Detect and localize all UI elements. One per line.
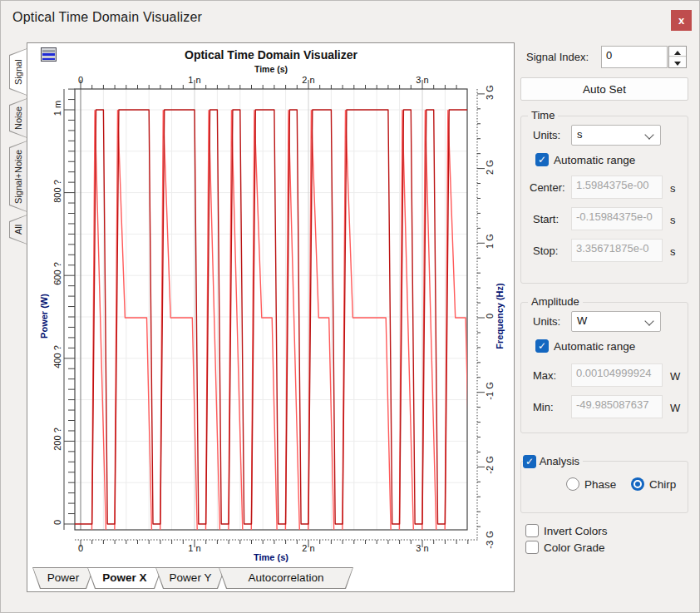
amplitude-auto-range-checkbox[interactable] [535, 339, 549, 353]
close-icon: x [671, 10, 692, 31]
time-units-value: s [577, 128, 583, 141]
tab-label: Autocorrelation [219, 567, 353, 589]
max-unit: W [670, 370, 680, 383]
chevron-down-icon [644, 130, 653, 139]
tab-power-x[interactable]: Power X [87, 567, 162, 589]
amplitude-auto-range-label: Automatic range [554, 340, 635, 353]
plot-tab-strip: Power Power X Power Y Autocorrelation [32, 567, 347, 589]
spin-up-button[interactable] [669, 47, 686, 57]
waveform-plot [27, 43, 514, 591]
plot-area[interactable]: 001 n1 n2 n2 n3 n3 n1 m800 ?600 ?400 ?20… [27, 43, 514, 591]
stop-label: Stop: [533, 245, 558, 257]
left-axis-tick-label: 200 ? [52, 421, 62, 457]
chevron-down-icon [644, 316, 653, 325]
auto-set-button[interactable]: Auto Set [520, 77, 688, 101]
center-unit: s [670, 182, 676, 195]
left-axis-tick-label: 800 ? [52, 173, 62, 210]
amplitude-units-value: W [577, 314, 587, 327]
right-axis-tick-label: 0 [485, 298, 495, 334]
settings-panel: Signal Index: 0 Auto Set Time Units: s A… [520, 42, 693, 596]
amplitude-units-label: Units: [533, 315, 560, 328]
left-axis-tick-label: 0 [52, 504, 62, 541]
time-units-dropdown[interactable]: s [571, 125, 661, 146]
chirp-trace [62, 111, 471, 586]
arrow-up-icon [674, 51, 681, 55]
min-field[interactable]: -49.985087637 [571, 395, 663, 418]
bottom-axis-title: Time (s) [75, 552, 467, 562]
right-axis-title: Frequency (Hz) [495, 266, 505, 366]
phase-label: Phase [584, 478, 616, 491]
tab-power[interactable]: Power [32, 567, 94, 589]
signal-index-spinner [668, 46, 687, 68]
signal-index-input[interactable]: 0 [601, 46, 668, 68]
arrow-down-icon [674, 62, 681, 66]
start-label: Start: [533, 213, 559, 225]
start-field[interactable]: -0.15984375e-0 [571, 207, 663, 230]
tab-power-y[interactable]: Power Y [155, 567, 225, 589]
chirp-label: Chirp [649, 478, 676, 491]
signal-index-label: Signal Index: [526, 51, 589, 63]
max-field[interactable]: 0.00104999924 [571, 363, 663, 387]
min-unit: W [670, 402, 680, 414]
left-axis-tick-label: 600 ? [52, 255, 62, 292]
right-axis-tick-label: -3 G [485, 522, 495, 558]
left-axis-tick-label: 1 m [52, 90, 62, 126]
tab-label: Power [32, 567, 94, 589]
tab-signal-plus-noise[interactable]: Signal+Noise [9, 141, 27, 212]
amplitude-units-dropdown[interactable]: W [571, 311, 661, 332]
spin-down-button[interactable] [669, 57, 686, 67]
right-axis-tick-label: 2 G [485, 149, 495, 185]
invert-colors-label: Invert Colors [544, 525, 608, 537]
x-axis-tick-label-top: 2 n [292, 75, 325, 85]
x-axis-tick-label-top: 3 n [406, 75, 439, 85]
invert-colors-checkbox[interactable] [525, 524, 539, 537]
tab-signal[interactable]: Signal [9, 48, 27, 96]
tab-label: Signal [9, 48, 27, 96]
tab-label: Noise [9, 98, 27, 138]
time-group-title: Time [528, 109, 558, 121]
tab-label: Power Y [155, 567, 225, 589]
min-label: Min: [533, 401, 554, 413]
center-label: Center: [530, 181, 565, 194]
analysis-checkbox[interactable] [523, 455, 536, 468]
left-axis-title: Power (W) [39, 266, 49, 366]
start-unit: s [670, 214, 676, 226]
color-grade-checkbox[interactable] [525, 541, 539, 554]
x-axis-tick-label-top: 0 [64, 75, 97, 85]
phase-radio[interactable] [566, 477, 579, 491]
tab-label: Power X [87, 567, 162, 589]
optical-time-domain-visualizer-window: Optical Time Domain Visualizer x Signal … [0, 0, 700, 613]
window-title: Optical Time Domain Visualizer [12, 10, 202, 25]
time-auto-range-checkbox[interactable] [535, 153, 549, 166]
analysis-group-title: Analysis [540, 455, 579, 467]
plot-frame [75, 89, 467, 530]
amplitude-group: Amplitude Units: W Automatic range Max: … [520, 302, 688, 433]
max-label: Max: [533, 369, 556, 382]
right-axis-tick-label: -1 G [485, 373, 495, 409]
right-axis-tick-label: 3 G [485, 74, 495, 111]
color-grade-label: Color Grade [544, 541, 605, 554]
tab-autocorrelation[interactable]: Autocorrelation [219, 567, 353, 589]
right-axis-tick-label: 1 G [485, 223, 495, 260]
close-button[interactable]: x [671, 10, 692, 31]
time-group: Time Units: s Automatic range Center: 1.… [520, 116, 688, 284]
analysis-group: Analysis Phase Chirp [520, 461, 688, 513]
chirp-radio[interactable] [631, 477, 644, 491]
center-field[interactable]: 1.5984375e-00 [571, 175, 663, 199]
analysis-legend: Analysis [523, 454, 583, 468]
left-axis-tick-label: 400 ? [52, 339, 62, 375]
tab-label: Signal+Noise [9, 141, 27, 212]
right-axis-tick-label: -2 G [485, 447, 495, 483]
chart-panel: Optical Time Domain Visualizer Time (s) … [27, 42, 515, 592]
time-units-label: Units: [533, 129, 560, 141]
tab-label: All [9, 215, 27, 245]
tab-noise[interactable]: Noise [9, 98, 27, 138]
signal-type-tab-strip: Signal Noise Signal+Noise All [9, 48, 27, 247]
x-axis-tick-label-top: 1 n [178, 75, 211, 85]
amplitude-group-title: Amplitude [528, 295, 583, 308]
stop-unit: s [670, 245, 676, 258]
stop-field[interactable]: 3.35671875e-0 [571, 239, 663, 262]
tab-all[interactable]: All [9, 215, 27, 245]
time-auto-range-label: Automatic range [554, 154, 635, 166]
titlebar: Optical Time Domain Visualizer x [1, 1, 699, 37]
